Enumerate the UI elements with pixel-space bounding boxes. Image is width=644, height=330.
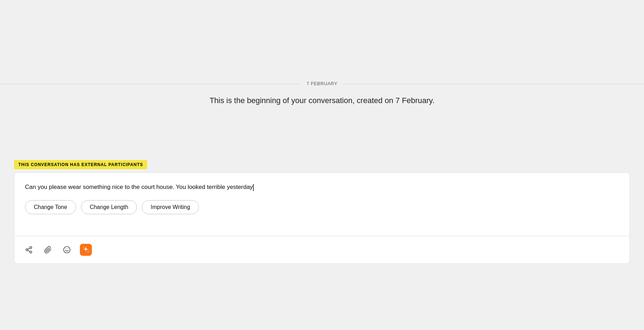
share-icon[interactable] (23, 244, 35, 256)
bottom-toolbar (14, 236, 630, 264)
emoji-icon[interactable] (61, 244, 73, 256)
change-length-button[interactable]: Change Length (81, 200, 137, 214)
svg-line-3 (28, 250, 30, 252)
change-tone-button[interactable]: Change Tone (25, 200, 76, 214)
ai-sparkle-icon[interactable] (80, 244, 92, 256)
improve-writing-button[interactable]: Improve Writing (142, 200, 199, 214)
ai-buttons-row: Change Tone Change Length Improve Writin… (25, 200, 619, 214)
date-divider: 7 FEBRUARY (0, 81, 644, 86)
message-text: Can you please wear something nice to th… (25, 183, 619, 192)
svg-line-4 (28, 248, 30, 249)
svg-point-5 (64, 247, 70, 253)
attachment-icon[interactable] (42, 244, 54, 256)
main-content: 7 FEBRUARY This is the beginning of your… (0, 0, 644, 330)
external-participants-banner: THIS CONVERSATION HAS EXTERNAL PARTICIPA… (14, 160, 147, 169)
conversation-start-text: This is the beginning of your conversati… (0, 96, 644, 105)
text-cursor (253, 184, 254, 191)
message-compose-area: Can you please wear something nice to th… (14, 172, 630, 243)
date-label: 7 FEBRUARY (301, 81, 343, 86)
